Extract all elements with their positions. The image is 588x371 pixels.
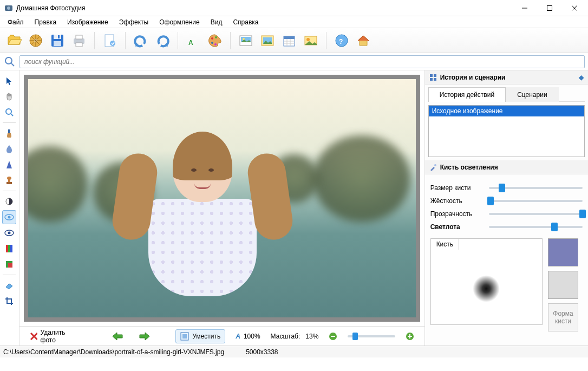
menu-image[interactable]: Изображение (62, 17, 114, 28)
hand-tool[interactable] (2, 89, 16, 103)
size-label: Размер кисти (430, 184, 485, 192)
fit-button[interactable]: Уместить (175, 329, 225, 343)
minimize-button[interactable] (512, 0, 537, 16)
scale-value: 13% (305, 333, 318, 340)
brush-shape-button[interactable]: Форма кисти (548, 303, 578, 331)
maximize-button[interactable] (537, 0, 562, 16)
text-button[interactable]: A (184, 31, 203, 50)
open-button[interactable] (4, 31, 24, 50)
tab-scenarios[interactable]: Сценарии (506, 87, 558, 102)
stamp-tool[interactable] (2, 173, 16, 187)
a-icon: A (236, 333, 240, 340)
lightness-slider[interactable] (489, 226, 583, 228)
svg-rect-47 (8, 179, 10, 182)
history-icon (429, 74, 437, 81)
menu-view[interactable]: Вид (205, 17, 228, 28)
eraser-tool[interactable] (2, 278, 16, 292)
catalog-button[interactable] (26, 31, 45, 50)
blur-tool[interactable] (2, 142, 16, 156)
calendar-button[interactable] (279, 31, 299, 50)
svg-rect-68 (430, 74, 433, 77)
svg-rect-45 (8, 129, 10, 133)
crop-tool[interactable] (2, 294, 16, 308)
svg-point-22 (211, 37, 213, 40)
svg-rect-18 (76, 43, 82, 47)
statusbar: C:\Users\ContentManager\Downloads\portra… (0, 346, 588, 357)
menu-file[interactable]: Файл (2, 17, 29, 28)
canvas-frame[interactable] (24, 75, 420, 322)
home-button[interactable] (354, 31, 373, 50)
next-button[interactable] (134, 329, 155, 344)
svg-rect-70 (430, 78, 433, 81)
color-swatch-secondary[interactable] (548, 271, 578, 299)
palette-button[interactable] (205, 31, 225, 50)
lightness-label: Светлота (430, 223, 485, 231)
brush-tool[interactable] (2, 126, 16, 140)
svg-point-20 (110, 41, 115, 46)
hundred-button[interactable]: A 100% (231, 330, 265, 343)
history-item[interactable]: Исходное изображение (429, 106, 584, 116)
svg-point-1 (7, 6, 10, 10)
postcard-button[interactable] (301, 31, 321, 50)
prev-button[interactable] (107, 329, 128, 344)
collapse-history-icon[interactable]: ◆ (579, 74, 584, 81)
pointer-tool[interactable] (2, 74, 16, 88)
opacity-slider[interactable] (489, 213, 583, 215)
delete-photo-label: Удалить фото (41, 329, 77, 344)
search-row (0, 53, 588, 70)
svg-point-23 (211, 42, 213, 44)
svg-rect-62 (182, 334, 187, 339)
status-path: C:\Users\ContentManager\Downloads\portra… (3, 348, 224, 356)
fit-icon (180, 332, 189, 341)
sharpen-tool[interactable] (2, 158, 16, 172)
zoom-out-button[interactable] (324, 329, 342, 343)
tools-column (0, 70, 19, 346)
help-button[interactable]: ? (332, 31, 351, 50)
svg-text:A: A (188, 39, 193, 47)
svg-rect-15 (58, 35, 60, 38)
svg-point-41 (5, 57, 12, 64)
saturation-tool[interactable] (2, 242, 16, 256)
tab-history[interactable]: История действий (428, 87, 506, 102)
menu-design[interactable]: Оформление (154, 17, 205, 28)
svg-rect-48 (6, 182, 12, 184)
svg-rect-67 (409, 334, 410, 339)
svg-point-53 (8, 232, 11, 235)
hardness-label: Жёсткость (430, 197, 485, 205)
tint-tool[interactable] (2, 257, 16, 271)
history-list[interactable]: Исходное изображение (428, 105, 585, 157)
menu-effects[interactable]: Эффекты (114, 17, 154, 28)
svg-rect-3 (547, 5, 552, 10)
color-swatch[interactable] (548, 238, 578, 266)
svg-rect-13 (54, 35, 61, 39)
svg-rect-71 (434, 78, 436, 81)
delete-photo-button[interactable]: Удалить фото (25, 326, 82, 347)
zoom-slider[interactable] (348, 335, 395, 337)
close-button[interactable] (562, 0, 587, 16)
menu-edit[interactable]: Правка (29, 17, 62, 28)
svg-rect-55 (8, 245, 10, 252)
page-button[interactable] (100, 31, 120, 50)
svg-point-51 (8, 216, 11, 219)
lighten-tool[interactable] (2, 210, 16, 224)
image2-button[interactable] (258, 31, 277, 50)
redo-button[interactable] (153, 31, 172, 50)
menu-help[interactable]: Справка (227, 17, 264, 28)
dodge-dark-tool[interactable] (2, 194, 16, 209)
image1-button[interactable] (236, 31, 256, 50)
undo-button[interactable] (131, 31, 151, 50)
titlebar: Домашняя Фотостудия (0, 0, 588, 16)
size-slider[interactable] (489, 187, 583, 189)
save-button[interactable] (48, 31, 67, 50)
zoom-tool[interactable] (2, 105, 16, 119)
brush-preview-tab[interactable]: Кисть (430, 238, 459, 250)
darken-tool[interactable] (2, 226, 16, 240)
hardness-slider[interactable] (489, 200, 583, 202)
print-button[interactable] (69, 31, 89, 50)
search-input[interactable] (19, 55, 585, 68)
delete-icon (30, 332, 37, 341)
svg-point-72 (434, 164, 436, 166)
svg-rect-64 (331, 336, 335, 337)
canvas-bottom-bar: Удалить фото Уместить A 100% Масштаб: 13… (19, 326, 424, 346)
zoom-in-button[interactable] (401, 329, 419, 343)
